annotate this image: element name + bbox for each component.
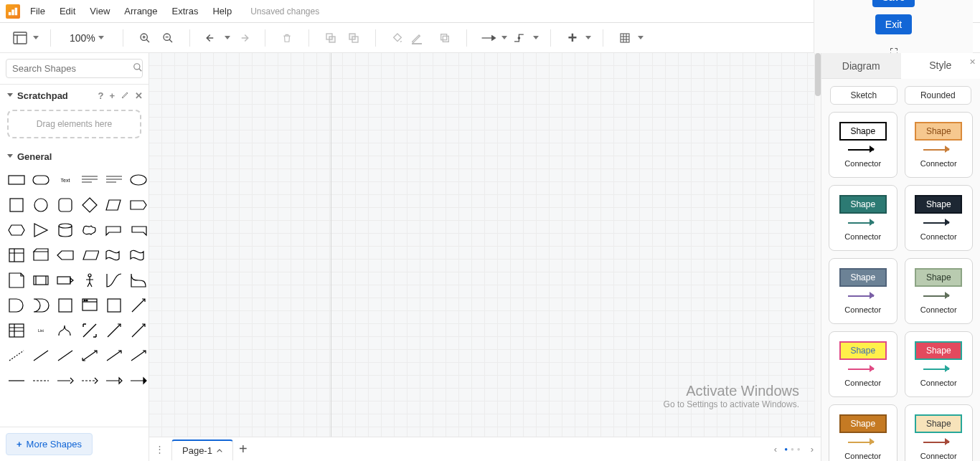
palette-shape[interactable] [105, 221, 123, 239]
menu-file[interactable]: File [23, 3, 52, 19]
page-tab[interactable]: Page-1 [171, 439, 233, 460]
palette-shape[interactable] [129, 346, 148, 365]
palette-shape[interactable] [129, 271, 148, 290]
palette-shape[interactable] [7, 321, 26, 340]
palette-shape[interactable] [56, 246, 75, 265]
menu-arrange[interactable]: Arrange [117, 3, 164, 19]
style-preset[interactable]: ShapeConnector [905, 185, 974, 251]
palette-shape[interactable] [56, 271, 75, 290]
save-button[interactable]: Save [872, 0, 915, 7]
style-preset[interactable]: ShapeConnector [829, 331, 897, 397]
sidebar-layout-button[interactable] [10, 28, 30, 48]
palette-shape[interactable] [32, 371, 50, 390]
palette-shape[interactable] [32, 346, 50, 365]
palette-shape[interactable]: Text [56, 171, 75, 189]
pager-next[interactable]: › [811, 444, 814, 455]
style-preset[interactable]: ShapeConnector [905, 112, 974, 178]
menu-edit[interactable]: Edit [52, 3, 83, 19]
rounded-toggle[interactable]: Rounded [905, 86, 972, 105]
palette-shape[interactable] [80, 346, 99, 365]
scratchpad-add[interactable]: + [109, 90, 115, 101]
table-button[interactable] [615, 28, 635, 48]
pager-prev[interactable]: ‹ [774, 444, 777, 455]
fill-color-button[interactable] [387, 28, 407, 48]
palette-shape[interactable] [129, 221, 148, 239]
waypoint-style-button[interactable] [510, 28, 530, 48]
general-header[interactable]: General [0, 146, 149, 168]
palette-shape[interactable] [7, 296, 26, 315]
more-shapes-button[interactable]: + More Shapes [6, 433, 93, 455]
palette-shape[interactable] [80, 371, 99, 390]
style-preset[interactable]: ShapeConnector [905, 404, 974, 461]
zoom-dropdown[interactable]: 100% [62, 29, 111, 47]
palette-shape[interactable] [32, 196, 50, 214]
palette-shape[interactable] [32, 246, 50, 265]
palette-shape[interactable] [80, 271, 99, 290]
scratchpad-close[interactable]: ✕ [135, 90, 143, 101]
palette-shape[interactable] [105, 296, 123, 315]
scratchpad-dropzone[interactable]: Drag elements here [7, 110, 141, 138]
palette-shape[interactable] [80, 196, 99, 214]
pages-menu[interactable]: ⋮ [155, 444, 166, 455]
palette-shape[interactable] [32, 171, 50, 189]
search-icon[interactable] [133, 62, 143, 75]
palette-shape[interactable] [80, 296, 99, 315]
zoom-in-button[interactable] [135, 28, 155, 48]
palette-shape[interactable] [7, 171, 26, 189]
search-input[interactable] [12, 63, 133, 74]
menu-help[interactable]: Help [205, 3, 239, 19]
palette-shape[interactable] [105, 321, 123, 340]
menu-view[interactable]: View [83, 3, 117, 19]
palette-shape[interactable] [32, 271, 50, 290]
palette-shape[interactable] [129, 371, 148, 390]
menu-extras[interactable]: Extras [165, 3, 206, 19]
palette-shape[interactable] [56, 221, 75, 239]
palette-shape[interactable] [105, 246, 123, 265]
chevron-down-icon[interactable] [225, 36, 230, 42]
line-color-button[interactable] [410, 28, 432, 48]
palette-shape[interactable] [7, 346, 26, 365]
redo-button[interactable] [233, 28, 253, 48]
scratchpad-edit[interactable] [121, 90, 129, 101]
undo-button[interactable] [202, 28, 222, 48]
palette-shape[interactable]: List [32, 321, 50, 340]
palette-shape[interactable] [80, 246, 99, 265]
to-front-button[interactable] [321, 28, 341, 48]
to-back-button[interactable] [344, 28, 364, 48]
palette-shape[interactable] [56, 296, 75, 315]
chevron-down-icon[interactable] [585, 36, 591, 42]
palette-shape[interactable] [105, 171, 123, 189]
drawing-canvas[interactable]: NoYesYesNoStartDecisiion 1Process 1Decis… [149, 53, 821, 437]
scratchpad-header[interactable]: Scratchpad ? + ✕ [0, 85, 149, 107]
palette-shape[interactable] [105, 196, 123, 214]
style-preset[interactable]: ShapeConnector [829, 404, 897, 461]
chevron-down-icon[interactable] [638, 36, 644, 42]
connection-style-button[interactable] [479, 28, 499, 48]
close-icon[interactable]: ✕ [969, 57, 976, 67]
chevron-down-icon[interactable] [533, 36, 539, 42]
palette-shape[interactable] [7, 271, 26, 290]
palette-shape[interactable] [80, 171, 99, 189]
palette-shape[interactable] [80, 321, 99, 340]
app-logo[interactable] [6, 4, 20, 19]
tab-style[interactable]: Style ✕ [901, 53, 981, 79]
style-preset[interactable]: ShapeConnector [829, 185, 897, 251]
pager-dots[interactable]: ●●● [784, 446, 804, 452]
style-preset[interactable]: ShapeConnector [829, 112, 897, 178]
palette-shape[interactable] [56, 321, 75, 340]
palette-shape[interactable] [7, 371, 26, 390]
palette-shape[interactable] [32, 296, 50, 315]
insert-button[interactable]: + [562, 28, 583, 48]
chevron-down-icon[interactable] [33, 36, 39, 42]
style-preset[interactable]: ShapeConnector [905, 331, 974, 397]
scratchpad-help[interactable]: ? [98, 90, 103, 101]
palette-shape[interactable] [7, 246, 26, 265]
canvas-scrollbar[interactable] [814, 53, 821, 437]
palette-shape[interactable] [105, 346, 123, 365]
palette-shape[interactable] [7, 196, 26, 214]
palette-shape[interactable] [129, 246, 148, 265]
palette-shape[interactable] [105, 271, 123, 290]
palette-shape[interactable] [56, 346, 75, 365]
palette-shape[interactable] [56, 371, 75, 390]
palette-shape[interactable] [56, 196, 75, 214]
